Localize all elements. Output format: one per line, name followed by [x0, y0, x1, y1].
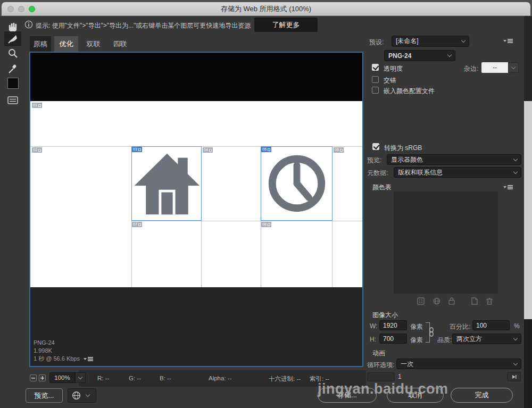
image-size-title: 图像大小: [372, 311, 398, 320]
traffic-lights: [7, 2, 35, 16]
matte-value-box[interactable]: --: [481, 62, 508, 73]
animation-title: 动画: [372, 349, 385, 358]
status-format: PNG-24: [34, 339, 93, 347]
slice-badge[interactable]: 02: [32, 147, 42, 153]
zoom-tool[interactable]: [4, 46, 21, 61]
readout-r: R: --: [97, 375, 109, 381]
transparency-label: 透明度: [384, 64, 403, 73]
slice-badge[interactable]: 07: [132, 222, 142, 227]
plus-icon: [40, 376, 44, 380]
close-window-button[interactable]: [7, 6, 14, 12]
transparency-checkbox[interactable]: [372, 64, 379, 71]
color-table-label: 颜色表: [372, 183, 392, 192]
tab-2up[interactable]: 双联: [82, 36, 105, 52]
lock-color-icon[interactable]: [448, 297, 455, 305]
quality-label: 品质:: [437, 336, 452, 345]
quality-dropdown[interactable]: 两次立方: [452, 334, 521, 344]
trash-icon[interactable]: [486, 297, 493, 305]
titlebar: 存储为 Web 所用格式 (100%): [2, 2, 530, 16]
zoom-out-button[interactable]: [30, 374, 37, 381]
toggle-slices-visibility[interactable]: [4, 93, 21, 108]
width-label: W:: [370, 322, 377, 330]
preview-canvas[interactable]: 01 02 03 04 05 06 07 08 PNG-24 1.998K: [29, 52, 363, 367]
preset-label: 预设:: [369, 38, 384, 47]
interlaced-label: 交错: [384, 76, 396, 85]
chevron-down-icon: [513, 156, 518, 161]
preview-in-browser-button[interactable]: 预览...: [26, 388, 63, 403]
color-table-menu-icon[interactable]: [503, 185, 513, 189]
readout-hex: 十六进制: --: [269, 375, 301, 383]
play-arrow-icon: [512, 374, 517, 379]
metadata-label: 元数据:: [367, 169, 388, 178]
height-label: H:: [370, 336, 376, 343]
percent-label: 百分比:: [450, 322, 470, 331]
clock-image-icon: [264, 151, 329, 216]
zoom-window-button[interactable]: [29, 6, 35, 12]
preview-dropdown[interactable]: 显示器颜色: [387, 154, 521, 165]
slice-badge-selected[interactable]: 03: [132, 147, 142, 152]
preset-panel-menu-icon[interactable]: [503, 39, 513, 43]
optimize-status: PNG-24 1.998K 1 秒 @ 56.6 Kbps: [34, 339, 93, 363]
eyedropper-color-swatch[interactable]: [7, 78, 19, 89]
format-dropdown[interactable]: PNG-24: [384, 50, 455, 61]
magnifier-icon: [7, 48, 18, 59]
status-filesize: 1.998K: [34, 347, 93, 355]
save-for-web-dialog: 存储为 Web 所用格式 (100%) 提示: 使用"文件">"导出">"导出为…: [0, 0, 532, 408]
learn-more-button[interactable]: 了解更多: [254, 18, 318, 32]
percent-unit: %: [514, 322, 520, 330]
slice-badge[interactable]: 08: [261, 222, 271, 227]
chevron-down-icon: [513, 361, 518, 365]
tab-optimized[interactable]: 优化: [54, 36, 78, 52]
web-shift-icon[interactable]: [433, 297, 440, 305]
background-window-strip-bottom: [524, 319, 532, 408]
chevron-down-icon: [86, 393, 90, 397]
current-frame: 1: [398, 373, 402, 380]
frame-nav-box[interactable]: [367, 372, 395, 381]
percent-input[interactable]: 100: [472, 320, 510, 330]
interlaced-checkbox[interactable]: [372, 76, 379, 83]
window-title: 存储为 Web 所用格式 (100%): [221, 4, 311, 14]
dither-swatch-icon[interactable]: [417, 297, 425, 305]
minimize-window-button[interactable]: [18, 6, 24, 12]
metadata-dropdown[interactable]: 版权和联系信息: [394, 167, 521, 178]
slice-badge[interactable]: 06: [334, 147, 344, 153]
status-menu-icon[interactable]: [84, 357, 93, 361]
minus-icon: [31, 376, 35, 380]
width-input[interactable]: 1920: [379, 320, 407, 330]
tab-original[interactable]: 原稿: [30, 36, 51, 52]
home-image-icon: [134, 150, 201, 218]
color-table-box[interactable]: [394, 191, 498, 294]
matte-dropdown-chevron[interactable]: [508, 62, 519, 73]
eyedropper-icon: [7, 63, 18, 73]
embed-profile-checkbox[interactable]: [372, 87, 379, 94]
preset-dropdown[interactable]: [未命名]: [392, 36, 469, 47]
done-button[interactable]: 完成: [451, 388, 513, 403]
eyedropper-tool[interactable]: [4, 61, 21, 76]
browser-globe-icon: [72, 391, 81, 400]
slice-select-tool[interactable]: [4, 31, 21, 46]
embed-profile-label: 嵌入颜色配置文件: [384, 87, 435, 96]
select-browser-group[interactable]: [68, 388, 96, 403]
chevron-down-icon: [461, 38, 466, 43]
readout-b: B: --: [160, 375, 171, 381]
tab-4up[interactable]: 四联: [109, 36, 131, 52]
slices-visibility-icon: [7, 96, 19, 105]
chevron-down-icon: [513, 169, 518, 173]
slice-badge[interactable]: 04: [203, 147, 213, 153]
zoom-in-button[interactable]: [39, 374, 46, 381]
loop-options-label: 循环选项:: [367, 361, 394, 370]
height-input[interactable]: 700: [379, 334, 407, 344]
matte-label: 杂边:: [464, 64, 478, 73]
link-chain-icon[interactable]: [429, 327, 434, 337]
zoom-level-dropdown[interactable]: [75, 372, 86, 383]
zoom-level-value[interactable]: 100%: [49, 372, 75, 383]
slice-badge-selected[interactable]: 05: [261, 147, 271, 152]
readout-alpha: Alpha: --: [209, 375, 231, 381]
slice-badge[interactable]: 01: [32, 103, 42, 108]
next-frame-button[interactable]: [507, 372, 521, 381]
convert-srgb-checkbox[interactable]: [372, 143, 379, 150]
width-unit: 像素: [410, 322, 423, 331]
chevron-down-icon: [513, 336, 518, 340]
new-color-icon[interactable]: [471, 297, 478, 305]
loop-options-dropdown[interactable]: 一次: [396, 359, 521, 369]
